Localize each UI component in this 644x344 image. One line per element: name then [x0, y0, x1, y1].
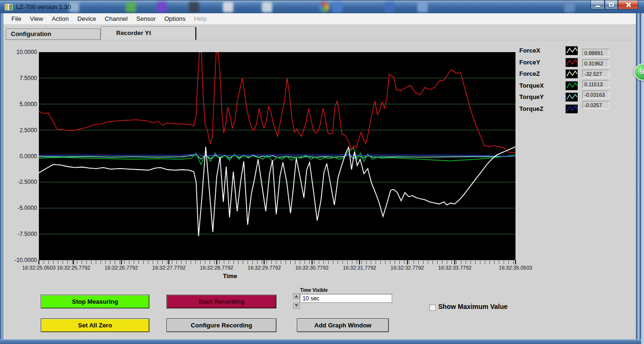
- tab-recorder-yt[interactable]: Recorder Yt: [101, 27, 196, 40]
- chart-svg: [39, 52, 515, 260]
- window-border-left: [0, 13, 3, 339]
- x-axis-title: Time: [216, 272, 244, 280]
- y-tick-label: 2.5000: [9, 127, 37, 134]
- legend-line-sample-forcex[interactable]: [565, 46, 578, 55]
- x-major-tick: [38, 260, 39, 264]
- x-major-tick: [168, 260, 169, 264]
- show-maximum-label: Show Maximum Value: [438, 303, 507, 310]
- legend-zigzag-icon: [566, 70, 578, 78]
- time-visible-input[interactable]: [300, 294, 392, 303]
- legend-line-sample-torquey[interactable]: [565, 92, 578, 102]
- desktop-edge: [641, 13, 644, 344]
- window-title: LZ-700 version 1.30: [16, 3, 71, 10]
- app-window: LZ-700 version 1.30 FileViewActionDevice…: [0, 0, 644, 344]
- tab-underline: [3, 40, 636, 40]
- app-logo-icon: [5, 4, 13, 10]
- y-tick-label: 10.0000: [9, 49, 37, 55]
- x-major-tick: [73, 260, 74, 264]
- legend-value-torquey: -0.03163: [582, 91, 609, 99]
- x-major-tick: [312, 260, 313, 264]
- menu-item-action[interactable]: Action: [47, 13, 73, 24]
- desktop-icon-blur: [384, 2, 395, 12]
- close-button[interactable]: [618, 0, 638, 9]
- legend-line-sample-torquex[interactable]: [565, 81, 578, 91]
- desktop-icon-blur: [223, 2, 233, 12]
- x-tick-label: 16:32:31.7792: [333, 265, 386, 271]
- legend-label-forcez: ForceZ: [519, 70, 563, 77]
- configure-recording-button[interactable]: Configure Recording: [166, 318, 276, 332]
- y-tick-label: 7.5000: [9, 75, 37, 81]
- desktop-icon-blur: [417, 2, 428, 12]
- y-tick-label: 5.0000: [9, 101, 37, 108]
- x-major-tick: [515, 260, 516, 264]
- x-tick-label: 16:32:32.7792: [381, 265, 433, 271]
- menu-bar: FileViewActionDeviceChannelSensorOptions…: [3, 13, 636, 25]
- x-major-tick: [359, 260, 360, 264]
- legend-label-forcey: ForceY: [519, 59, 563, 66]
- time-visible-decrement-icon[interactable]: [293, 303, 300, 308]
- menu-item-help[interactable]: Help: [190, 13, 211, 24]
- legend-label-torquex: TorqueX: [519, 82, 563, 89]
- y-tick-label: 0.0000: [9, 153, 37, 160]
- window-border-bottom: [0, 339, 644, 344]
- minimize-icon: [596, 6, 600, 7]
- y-tick-label: -7.5000: [9, 231, 37, 237]
- maximize-icon: [609, 3, 614, 7]
- x-major-tick: [216, 260, 217, 264]
- time-visible-label: Time Visible: [300, 288, 328, 293]
- menu-item-file[interactable]: File: [7, 13, 26, 24]
- menu-item-options[interactable]: Options: [160, 13, 190, 24]
- legend-label-torquez: TorqueZ: [519, 105, 563, 112]
- legend-value-torquex: 0.11513: [582, 80, 609, 88]
- tab-configuration[interactable]: Configuration: [6, 28, 101, 40]
- legend-value-torquez: -0.0257: [582, 101, 609, 109]
- desktop-icon-blur: [189, 2, 199, 12]
- x-major-tick: [264, 260, 265, 264]
- titlebar[interactable]: LZ-700 version 1.30: [0, 0, 644, 13]
- menu-item-view[interactable]: View: [26, 13, 47, 24]
- maximize-button[interactable]: [605, 0, 618, 9]
- legend-zigzag-icon: [566, 93, 578, 101]
- set-all-zero-button[interactable]: Set All Zero: [41, 318, 149, 332]
- window-controls: [590, 0, 638, 9]
- desktop-icon-blur: [156, 2, 167, 12]
- menu-item-channel[interactable]: Channel: [101, 13, 132, 24]
- series-forcey: [39, 52, 515, 153]
- legend-line-sample-forcez[interactable]: [565, 69, 578, 79]
- y-tick-label: -2.5000: [9, 179, 37, 185]
- window-border-right: [636, 13, 641, 339]
- legend-zigzag-icon: [566, 46, 578, 55]
- y-tick-label: -5.0000: [9, 205, 37, 211]
- y-tick-label: -10.0000: [9, 257, 37, 263]
- legend-line-sample-forcey[interactable]: [565, 58, 578, 67]
- x-tick-label: 16:32:25.7792: [47, 265, 100, 271]
- legend-zigzag-icon: [566, 58, 578, 67]
- desktop-icon-blur: [332, 2, 342, 12]
- stop-measuring-button[interactable]: Stop Measuring: [41, 295, 149, 308]
- start-recording-button[interactable]: Start Recording: [166, 295, 276, 308]
- time-visible-increment-icon[interactable]: [293, 293, 300, 299]
- legend-value-forcex: 0.88891: [582, 49, 609, 57]
- legend-value-forcez: -32.527: [582, 70, 609, 78]
- menu-item-sensor[interactable]: Sensor: [132, 13, 160, 24]
- x-tick-label: 16:32:26.7792: [95, 265, 147, 271]
- close-icon: [626, 2, 631, 8]
- add-graph-window-button[interactable]: Add Graph Window: [297, 318, 389, 332]
- x-major-tick: [454, 260, 455, 264]
- show-maximum-checkbox[interactable]: [429, 304, 436, 311]
- x-major-tick: [121, 260, 122, 264]
- x-tick-label: 16:32:29.7792: [238, 265, 290, 271]
- desktop-icon-blur: [564, 2, 575, 12]
- minimize-button[interactable]: [590, 0, 605, 9]
- plot-canvas[interactable]: [39, 52, 515, 260]
- legend-line-sample-torquez[interactable]: [565, 104, 578, 114]
- menu-item-device[interactable]: Device: [73, 13, 101, 24]
- x-tick-label: 16:32:28.7792: [191, 265, 243, 271]
- legend-label-torquey: TorqueY: [519, 93, 563, 100]
- x-tick-label: 16:32:27.7792: [143, 265, 195, 271]
- desktop-icon-blur: [319, 2, 329, 12]
- legend-zigzag-icon: [566, 105, 578, 113]
- x-major-tick: [407, 260, 408, 264]
- x-tick-label: 16:32:33.7792: [429, 265, 481, 271]
- x-tick-label: 16:32:30.7792: [286, 265, 338, 271]
